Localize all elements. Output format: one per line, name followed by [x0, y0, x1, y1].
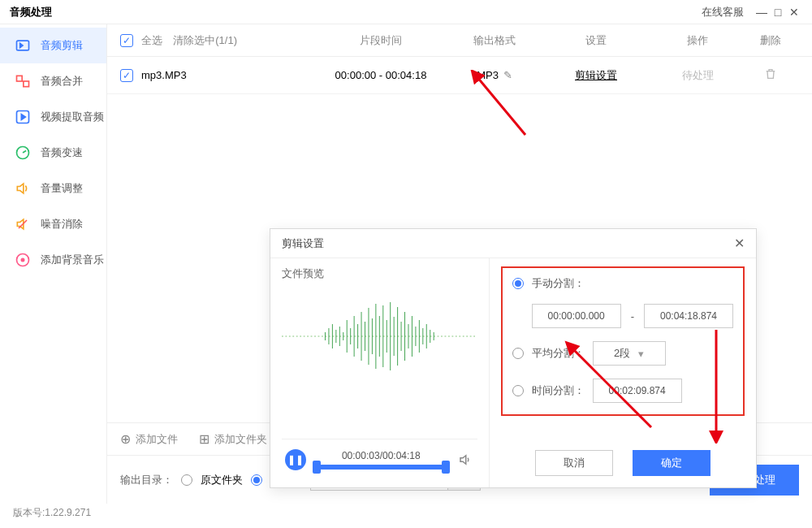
maximize-button[interactable]: □ — [770, 6, 786, 19]
select-all-label: 全选 — [141, 34, 162, 46]
volume-button[interactable] — [456, 451, 474, 469]
chevron-down-icon: ▾ — [638, 348, 644, 360]
sidebar-item-label: 音量调整 — [41, 181, 83, 196]
row-filename: mp3.MP3 — [141, 69, 312, 81]
row-format: MP3 — [477, 69, 499, 81]
svg-point-7 — [21, 258, 24, 261]
scissors-icon — [15, 37, 31, 54]
segment-count-value: 2段 — [614, 346, 630, 361]
manual-from-input[interactable]: 00:00:00.000 — [532, 304, 621, 328]
dialog-title: 剪辑设置 — [282, 236, 734, 251]
col-settings: 设置 — [539, 33, 653, 48]
extract-audio-icon — [15, 109, 31, 125]
col-time: 片段时间 — [312, 33, 450, 48]
manual-split-radio[interactable] — [512, 278, 524, 289]
output-dir-label: 输出目录： — [120, 473, 173, 487]
add-folder-button[interactable]: ⊞ 添加文件夹 — [199, 431, 267, 447]
svg-rect-2 — [24, 81, 29, 87]
sidebar-item-audio-merge[interactable]: 音频合并 — [0, 63, 106, 99]
sidebar-item-label: 音频变速 — [41, 145, 83, 160]
edit-format-icon[interactable]: ✎ — [503, 69, 512, 81]
sidebar-item-bgm[interactable]: 添加背景音乐 — [0, 242, 106, 278]
add-file-label: 添加文件 — [136, 432, 178, 447]
col-delete: 删除 — [742, 33, 799, 48]
app-title: 音频处理 — [10, 5, 52, 19]
add-folder-label: 添加文件夹 — [214, 432, 267, 447]
row-checkbox[interactable] — [120, 69, 133, 82]
col-operation: 操作 — [653, 33, 742, 48]
sidebar-item-label: 添加背景音乐 — [41, 253, 104, 267]
version-label: 版本号:1.22.9.271 — [13, 506, 91, 520]
average-split-label: 平均分割： — [532, 346, 585, 361]
sidebar-item-label: 音频合并 — [41, 74, 83, 89]
dash-separator: - — [631, 310, 634, 322]
waveform-preview[interactable] — [282, 288, 477, 439]
denoise-icon — [15, 216, 31, 232]
ok-button[interactable]: 确定 — [633, 450, 710, 476]
sidebar: 音频剪辑 音频合并 视频提取音频 音频变速 音量调整 噪音消除 添加背景音乐 — [0, 24, 107, 504]
output-source-radio[interactable] — [181, 474, 192, 486]
table-header: 全选 清除选中(1/1) 片段时间 输出格式 设置 操作 删除 — [107, 24, 812, 57]
speed-icon — [15, 145, 31, 161]
add-file-button[interactable]: ⊕ 添加文件 — [120, 431, 178, 447]
sidebar-item-extract-audio[interactable]: 视频提取音频 — [0, 99, 106, 135]
row-delete-button[interactable] — [742, 67, 799, 83]
sidebar-item-audio-cut[interactable]: 音频剪辑 — [0, 28, 106, 63]
sidebar-item-denoise[interactable]: 噪音消除 — [0, 206, 106, 242]
music-disc-icon — [15, 252, 31, 268]
select-all-checkbox[interactable] — [120, 34, 133, 47]
segment-count-select[interactable]: 2段 ▾ — [593, 341, 666, 366]
col-format: 输出格式 — [450, 33, 539, 48]
player-timecode: 00:00:03/00:04:18 — [342, 450, 421, 461]
manual-split-label: 手动分割： — [532, 276, 585, 291]
merge-icon — [15, 73, 31, 89]
sidebar-item-volume[interactable]: 音量调整 — [0, 171, 106, 206]
volume-icon — [15, 180, 31, 197]
average-split-radio[interactable] — [512, 348, 524, 359]
sidebar-item-label: 噪音消除 — [41, 217, 83, 232]
svg-rect-1 — [17, 76, 23, 81]
sidebar-item-label: 视频提取音频 — [41, 110, 104, 124]
plus-circle-icon: ⊕ — [120, 431, 131, 447]
manual-to-input[interactable]: 00:04:18.874 — [644, 304, 733, 328]
minimize-button[interactable]: — — [754, 6, 770, 19]
split-options-box: 手动分割： 00:00:00.000 - 00:04:18.874 平均分割： — [501, 266, 745, 416]
cancel-button[interactable]: 取消 — [535, 450, 613, 476]
table-row: mp3.MP3 00:00:00 - 00:04:18 MP3 ✎ 剪辑设置 待… — [107, 57, 812, 94]
output-source-label: 原文件夹 — [201, 473, 243, 487]
plus-square-icon: ⊞ — [199, 431, 209, 447]
clear-selection-link[interactable]: 清除选中(1/1) — [173, 34, 237, 46]
row-timerange: 00:00:00 - 00:04:18 — [312, 69, 450, 81]
cut-settings-dialog: 剪辑设置 ✕ 文件预览 — [270, 228, 757, 488]
row-cut-settings-link[interactable]: 剪辑设置 — [575, 69, 617, 81]
dialog-close-button[interactable]: ✕ — [734, 236, 745, 251]
online-support-link[interactable]: 在线客服 — [702, 5, 744, 19]
range-handle-end[interactable] — [442, 461, 450, 474]
row-status: 待处理 — [653, 68, 742, 83]
output-custom-radio[interactable] — [251, 474, 262, 486]
time-split-input[interactable]: 00:02:09.874 — [593, 379, 682, 403]
title-bar: 音频处理 在线客服 — □ ✕ — [0, 0, 812, 24]
content-area: 剪辑设置 ✕ 文件预览 — [107, 94, 812, 422]
preview-label: 文件预览 — [282, 266, 477, 281]
sidebar-item-speed[interactable]: 音频变速 — [0, 135, 106, 171]
sidebar-item-label: 音频剪辑 — [41, 38, 83, 53]
time-split-label: 时间分割： — [532, 383, 585, 398]
play-pause-button[interactable]: ❚❚ — [285, 449, 306, 470]
range-handle-start[interactable] — [313, 461, 321, 474]
audio-player: ❚❚ 00:00:03/00:04:18 — [282, 439, 477, 479]
range-slider[interactable] — [314, 465, 448, 470]
close-button[interactable]: ✕ — [786, 6, 802, 19]
time-split-radio[interactable] — [512, 385, 524, 396]
